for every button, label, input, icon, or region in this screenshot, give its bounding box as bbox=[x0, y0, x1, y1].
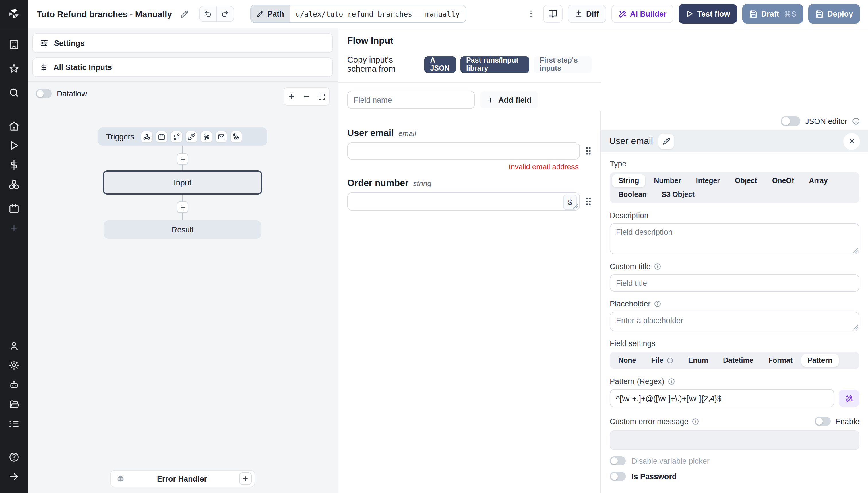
type-option-string[interactable]: String bbox=[612, 174, 645, 187]
info-icon[interactable] bbox=[668, 378, 675, 385]
flow-input-heading: Flow Input bbox=[347, 36, 592, 46]
description-textarea[interactable] bbox=[610, 223, 860, 254]
edit-title-icon[interactable] bbox=[178, 7, 191, 20]
kafka-trigger-icon[interactable] bbox=[201, 131, 212, 142]
drag-handle-icon[interactable] bbox=[585, 197, 592, 206]
custom-error-enable-toggle[interactable] bbox=[814, 417, 831, 426]
type-option-array[interactable]: Array bbox=[803, 174, 834, 187]
type-option-object[interactable]: Object bbox=[728, 174, 763, 187]
home-icon[interactable] bbox=[0, 118, 27, 133]
add-step-above-input-button[interactable] bbox=[177, 153, 188, 165]
websocket-trigger-icon[interactable] bbox=[186, 131, 197, 142]
result-node[interactable]: Result bbox=[104, 220, 261, 239]
placeholder-textarea[interactable] bbox=[610, 312, 860, 331]
flow-input-field-user-email: User email email invalid email address bbox=[347, 128, 592, 171]
test-flow-button[interactable]: Test flow bbox=[679, 4, 737, 23]
setting-option-file[interactable]: File bbox=[645, 354, 680, 367]
poll-trigger-icon[interactable] bbox=[231, 131, 242, 142]
expand-sidebar-arrow-icon[interactable] bbox=[0, 469, 27, 484]
search-icon[interactable] bbox=[0, 85, 27, 100]
copy-from-past-runs-button[interactable]: Past runs/Input library bbox=[460, 56, 529, 72]
field-editor-header: User email bbox=[601, 130, 868, 152]
undo-button[interactable] bbox=[199, 6, 216, 21]
favorites-star-icon[interactable] bbox=[0, 61, 27, 76]
type-option-boolean[interactable]: Boolean bbox=[612, 188, 653, 201]
help-icon[interactable] bbox=[0, 449, 27, 464]
custom-title-input[interactable] bbox=[610, 274, 860, 292]
user-icon[interactable] bbox=[0, 338, 27, 353]
type-option-integer[interactable]: Integer bbox=[690, 174, 726, 187]
add-error-handler-button[interactable] bbox=[239, 472, 252, 485]
variable-picker-button[interactable]: $ bbox=[563, 195, 577, 210]
docs-button[interactable] bbox=[543, 5, 563, 23]
add-step-below-input-button[interactable] bbox=[177, 201, 188, 213]
setting-option-enum[interactable]: Enum bbox=[682, 354, 715, 367]
more-options-kebab-icon[interactable] bbox=[524, 7, 538, 21]
pattern-regex-label: Pattern (Regex) bbox=[610, 377, 664, 386]
flow-canvas[interactable]: Dataflow Triggers bbox=[27, 80, 338, 493]
user-email-input[interactable] bbox=[347, 142, 580, 159]
type-option-number[interactable]: Number bbox=[648, 174, 687, 187]
type-option-oneof[interactable]: OneOf bbox=[766, 174, 800, 187]
diff-button[interactable]: Diff bbox=[568, 5, 606, 23]
ai-generate-pattern-button[interactable] bbox=[839, 390, 860, 407]
add-field-button[interactable]: Add field bbox=[481, 91, 538, 108]
is-password-toggle[interactable] bbox=[610, 472, 626, 481]
info-icon[interactable] bbox=[654, 263, 662, 270]
pattern-regex-input[interactable] bbox=[610, 389, 834, 407]
setting-option-datetime[interactable]: Datetime bbox=[717, 354, 760, 367]
drag-handle-icon[interactable] bbox=[585, 146, 592, 155]
path-edit-button[interactable]: Path bbox=[251, 5, 290, 22]
variables-icon[interactable] bbox=[0, 157, 27, 172]
email-trigger-icon[interactable] bbox=[216, 131, 227, 142]
ai-builder-button[interactable]: AI Builder bbox=[611, 5, 674, 23]
enable-label: Enable bbox=[835, 417, 860, 426]
webhook-trigger-icon[interactable] bbox=[141, 131, 152, 142]
close-panel-button[interactable] bbox=[843, 133, 860, 150]
dataflow-toggle[interactable] bbox=[36, 89, 52, 98]
all-static-inputs-card[interactable]: All Static Inputs bbox=[32, 57, 333, 77]
folders-icon[interactable] bbox=[0, 396, 27, 411]
info-icon[interactable] bbox=[692, 417, 699, 425]
disable-variable-picker-label: Disable variable picker bbox=[632, 456, 710, 465]
field-name-input[interactable] bbox=[347, 91, 475, 109]
windmill-logo-icon[interactable] bbox=[0, 0, 27, 27]
info-icon[interactable] bbox=[654, 300, 662, 308]
order-number-input[interactable]: $ bbox=[347, 192, 580, 211]
rename-field-button[interactable] bbox=[659, 133, 674, 149]
json-editor-toggle[interactable] bbox=[781, 116, 801, 126]
fit-view-button[interactable] bbox=[314, 88, 329, 104]
redo-button[interactable] bbox=[216, 6, 233, 21]
resources-icon[interactable] bbox=[0, 177, 27, 192]
copy-from-json-button[interactable]: A JSON bbox=[424, 56, 456, 72]
deploy-button[interactable]: Deploy bbox=[808, 4, 860, 23]
left-sidebar-rail bbox=[0, 27, 27, 493]
setting-option-pattern[interactable]: Pattern bbox=[801, 354, 839, 367]
runs-icon[interactable] bbox=[0, 138, 27, 153]
settings-gear-icon[interactable] bbox=[0, 358, 27, 372]
error-handler-node[interactable]: Error Handler bbox=[110, 470, 255, 487]
path-value[interactable]: u/alex/tuto_refund_branches___manually bbox=[290, 5, 466, 22]
input-node[interactable]: Input bbox=[103, 170, 262, 195]
http-route-trigger-icon[interactable] bbox=[171, 131, 182, 142]
dollar-icon bbox=[40, 63, 48, 71]
field-settings-selector: None File Enum Datetime Format Pattern bbox=[610, 352, 860, 369]
info-icon[interactable] bbox=[852, 117, 860, 125]
setting-option-none[interactable]: None bbox=[612, 354, 643, 367]
disable-variable-picker-toggle[interactable] bbox=[610, 456, 626, 466]
zoom-in-button[interactable] bbox=[284, 88, 299, 104]
add-icon[interactable] bbox=[0, 220, 27, 235]
draft-button[interactable]: Draft ⌘S bbox=[742, 4, 803, 23]
schedules-icon[interactable] bbox=[0, 201, 27, 216]
logs-list-icon[interactable] bbox=[0, 416, 27, 431]
schedule-trigger-icon[interactable] bbox=[156, 131, 167, 142]
zoom-out-button[interactable] bbox=[299, 88, 314, 104]
triggers-node[interactable]: Triggers bbox=[98, 127, 267, 146]
flow-settings-card[interactable]: Settings bbox=[32, 33, 333, 53]
type-option-s3object[interactable]: S3 Object bbox=[655, 188, 701, 201]
copy-from-first-step-button[interactable]: First step's inputs bbox=[534, 56, 592, 72]
workers-robot-icon[interactable] bbox=[0, 377, 27, 392]
workspace-icon[interactable] bbox=[0, 37, 27, 52]
setting-option-format[interactable]: Format bbox=[762, 354, 799, 367]
custom-error-message-textarea bbox=[610, 430, 860, 450]
